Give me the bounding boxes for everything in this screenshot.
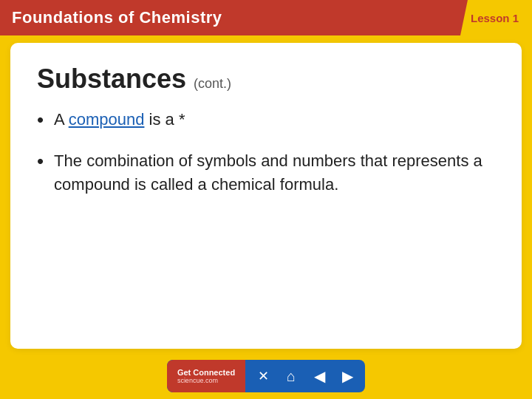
- nav-toolbar: Get Connected sciencue.com ✕ ⌂ ◀ ▶: [167, 360, 365, 392]
- bullet-list: • A compound is a * • The combination of…: [37, 108, 495, 197]
- bullet-dot: •: [37, 149, 44, 174]
- get-connected-sub: sciencue.com: [177, 377, 218, 384]
- main-content-wrapper: Substances (cont.) • A compound is a * •…: [0, 35, 532, 356]
- bullet-2-text: The combination of symbols and numbers t…: [54, 149, 495, 197]
- course-title: Foundations of Chemistry: [12, 8, 222, 27]
- nav-buttons: ✕ ⌂ ◀ ▶: [245, 363, 365, 389]
- bottom-bar: Get Connected sciencue.com ✕ ⌂ ◀ ▶: [0, 356, 532, 399]
- page-wrapper: Foundations of Chemistry Lesson 1 Substa…: [0, 0, 532, 399]
- list-item: • A compound is a *: [37, 108, 495, 133]
- compound-link[interactable]: compound: [69, 110, 145, 129]
- bullet-1-text: A compound is a *: [54, 108, 185, 132]
- slide-heading: Substances (cont.): [37, 64, 495, 95]
- slide-heading-cont: (cont.): [194, 76, 231, 92]
- lesson-badge: Lesson 1: [460, 0, 532, 35]
- bullet-dot: •: [37, 108, 44, 133]
- nav-next-button[interactable]: ▶: [334, 363, 361, 389]
- slide-heading-text: Substances: [37, 64, 186, 95]
- nav-prev-button[interactable]: ◀: [306, 363, 332, 389]
- bullet-1-after: is a *: [144, 110, 185, 129]
- slide-content-box: Substances (cont.) • A compound is a * •…: [10, 43, 522, 349]
- list-item: • The combination of symbols and numbers…: [37, 149, 495, 197]
- top-bar: Foundations of Chemistry Lesson 1: [0, 0, 532, 35]
- lesson-label: Lesson 1: [471, 12, 519, 24]
- nav-home-button[interactable]: ⌂: [278, 363, 304, 389]
- get-connected-label: Get Connected: [177, 368, 235, 377]
- nav-close-button[interactable]: ✕: [250, 363, 276, 389]
- get-connected-button[interactable]: Get Connected sciencue.com: [167, 360, 245, 392]
- bullet-1-before: A: [54, 110, 69, 129]
